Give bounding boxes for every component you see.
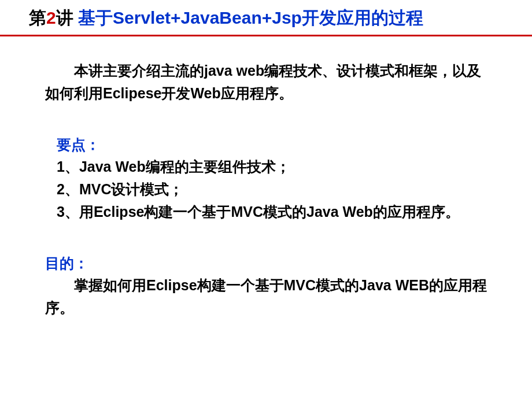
- slide-title: 第2讲 基于Servlet+JavaBean+Jsp开发应用的过程: [29, 6, 503, 30]
- title-prefix-1: 第: [29, 8, 46, 27]
- title-row: 第2讲 基于Servlet+JavaBean+Jsp开发应用的过程: [0, 6, 532, 36]
- content-area: 本讲主要介绍主流的java web编程技术、设计模式和框架，以及如何利用Ecli…: [0, 60, 532, 319]
- title-main: 基于Servlet+JavaBean+Jsp开发应用的过程: [78, 8, 423, 27]
- purpose-section: 目的： 掌握如何用Eclipse构建一个基于MVC模式的Java WEB的应用程…: [45, 252, 487, 319]
- intro-paragraph: 本讲主要介绍主流的java web编程技术、设计模式和框架，以及如何利用Ecli…: [45, 60, 487, 105]
- purpose-text: 掌握如何用Eclipse构建一个基于MVC模式的Java WEB的应用程序。: [45, 274, 487, 319]
- title-prefix-2: 讲: [56, 8, 78, 27]
- point-item-2: 2、MVC设计模式；: [45, 178, 487, 201]
- title-number: 2: [46, 8, 56, 27]
- purpose-label: 目的：: [45, 252, 487, 275]
- point-item-1: 1、Java Web编程的主要组件技术；: [45, 156, 487, 178]
- points-label: 要点：: [45, 134, 487, 156]
- point-item-3: 3、用Eclipse构建一个基于MVC模式的Java Web的应用程序。: [45, 201, 487, 223]
- slide-container: 第2讲 基于Servlet+JavaBean+Jsp开发应用的过程 本讲主要介绍…: [0, 0, 532, 399]
- points-section: 要点： 1、Java Web编程的主要组件技术； 2、MVC设计模式； 3、用E…: [45, 134, 487, 223]
